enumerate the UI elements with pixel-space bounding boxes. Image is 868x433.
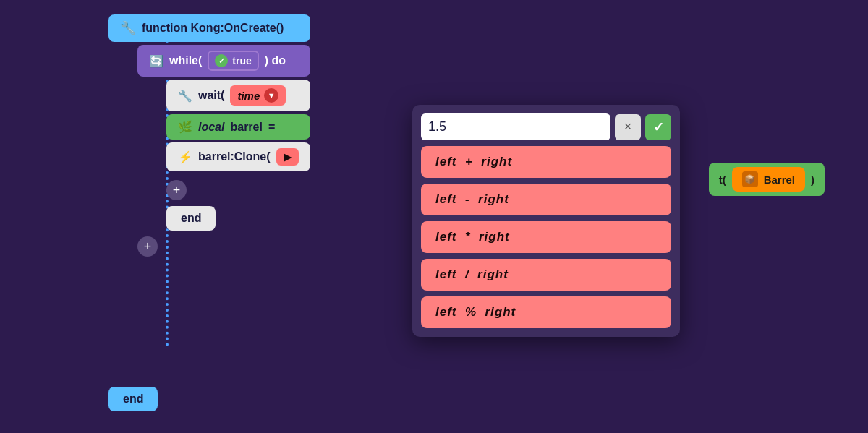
confirm-icon: ✓: [653, 119, 664, 135]
op-sub[interactable]: left - right: [421, 184, 671, 215]
cancel-icon: ×: [624, 119, 632, 134]
op-add[interactable]: left + right: [421, 146, 671, 178]
function-block[interactable]: 🔧 function Kong:OnCreate(): [109, 14, 310, 42]
op-mod-label: left % right: [435, 305, 516, 319]
cancel-button[interactable]: ×: [615, 114, 641, 140]
plus-inner-container: +: [166, 180, 310, 200]
number-input[interactable]: [421, 113, 610, 140]
local-var: barrel: [230, 121, 262, 134]
end-inner-container: end: [137, 206, 310, 231]
barrel-chip[interactable]: 📦 Barrel: [732, 167, 805, 192]
plus-outer-container: +: [137, 236, 310, 257]
popup-panel: × ✓ left + right left - right left * rig…: [412, 105, 680, 337]
end-outer-block: end: [109, 387, 158, 411]
check-icon: ✓: [215, 54, 228, 67]
time-chip[interactable]: time ▼: [230, 85, 286, 106]
op-sub-label: left - right: [435, 192, 509, 206]
true-label: true: [232, 55, 251, 67]
sync-icon: 🔄: [149, 54, 163, 68]
while-block[interactable]: 🔄 while( ✓ true ) do: [137, 45, 310, 77]
local-keyword: local: [198, 121, 224, 134]
op-mod[interactable]: left % right: [421, 296, 671, 328]
wait-block[interactable]: 🔧 wait( time ▼: [166, 80, 310, 111]
dropdown-icon[interactable]: ▼: [264, 88, 278, 103]
op-div-label: left / right: [435, 267, 509, 281]
function-label: function Kong:OnCreate(): [142, 22, 284, 35]
plus-inner-button[interactable]: +: [166, 180, 187, 200]
paren-t-label: t(: [719, 173, 726, 186]
barrel-label: Barrel: [764, 173, 795, 186]
barrel-icon: 📦: [742, 171, 758, 187]
paren-close: ): [811, 173, 814, 186]
time-label: time: [237, 90, 260, 102]
op-div[interactable]: left / right: [421, 259, 671, 291]
local-block[interactable]: 🌿 local barrel =: [166, 114, 310, 140]
leaf-icon: 🌿: [178, 120, 192, 134]
op-mul[interactable]: left * right: [421, 221, 671, 253]
clone-block[interactable]: ⚡ barrel:Clone( ▶: [166, 142, 310, 171]
bolt-icon: ⚡: [178, 150, 192, 164]
end-inner-block: end: [166, 206, 216, 231]
equals-sign: =: [268, 121, 275, 134]
wrench-icon-2: 🔧: [178, 89, 192, 103]
clone-label: barrel:Clone(: [198, 150, 271, 163]
canvas: 🔧 function Kong:OnCreate() 🔄 while( ✓ tr…: [0, 0, 868, 433]
true-chip[interactable]: ✓ true: [208, 51, 258, 71]
op-mul-label: left * right: [435, 230, 510, 244]
wait-label: wait(: [198, 89, 224, 102]
while-suffix: ) do: [265, 54, 286, 67]
blocks-area: 🔧 function Kong:OnCreate() 🔄 while( ✓ tr…: [109, 14, 310, 257]
op-add-label: left + right: [435, 155, 512, 168]
input-row: × ✓: [421, 113, 671, 140]
confirm-button[interactable]: ✓: [645, 114, 671, 140]
plus-outer-button[interactable]: +: [137, 236, 158, 257]
wrench-icon: 🔧: [120, 20, 136, 36]
barrel-block-right[interactable]: t( 📦 Barrel ): [709, 163, 825, 196]
while-keyword: while(: [169, 54, 202, 67]
clone-param[interactable]: ▶: [276, 148, 299, 166]
